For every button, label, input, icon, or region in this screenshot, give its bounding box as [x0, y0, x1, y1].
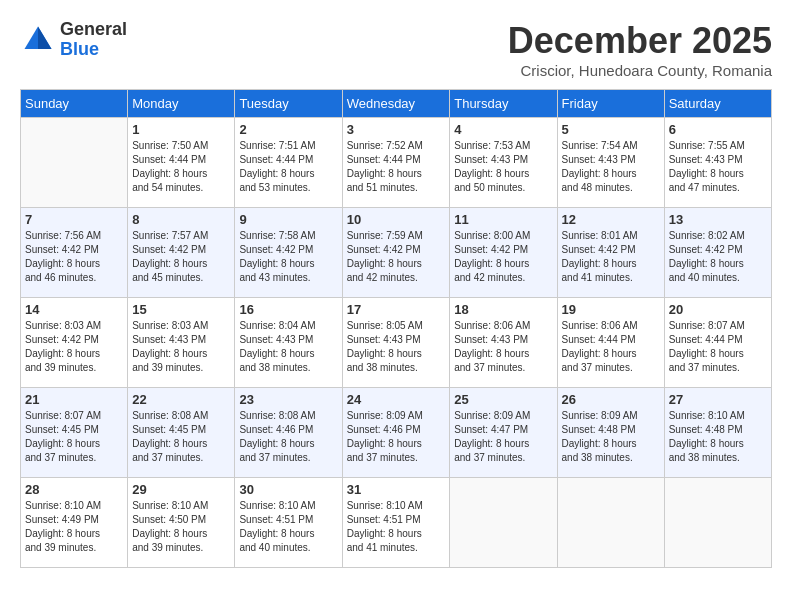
- day-number: 18: [454, 302, 552, 317]
- calendar-cell: 14Sunrise: 8:03 AM Sunset: 4:42 PM Dayli…: [21, 298, 128, 388]
- day-info: Sunrise: 7:54 AM Sunset: 4:43 PM Dayligh…: [562, 139, 660, 195]
- calendar-cell: 30Sunrise: 8:10 AM Sunset: 4:51 PM Dayli…: [235, 478, 342, 568]
- calendar-cell: 17Sunrise: 8:05 AM Sunset: 4:43 PM Dayli…: [342, 298, 450, 388]
- day-number: 27: [669, 392, 767, 407]
- day-info: Sunrise: 8:00 AM Sunset: 4:42 PM Dayligh…: [454, 229, 552, 285]
- day-info: Sunrise: 8:01 AM Sunset: 4:42 PM Dayligh…: [562, 229, 660, 285]
- calendar-cell: 7Sunrise: 7:56 AM Sunset: 4:42 PM Daylig…: [21, 208, 128, 298]
- day-info: Sunrise: 8:03 AM Sunset: 4:43 PM Dayligh…: [132, 319, 230, 375]
- calendar-cell: 10Sunrise: 7:59 AM Sunset: 4:42 PM Dayli…: [342, 208, 450, 298]
- day-info: Sunrise: 8:04 AM Sunset: 4:43 PM Dayligh…: [239, 319, 337, 375]
- calendar-cell: 29Sunrise: 8:10 AM Sunset: 4:50 PM Dayli…: [128, 478, 235, 568]
- day-number: 17: [347, 302, 446, 317]
- calendar-header-row: SundayMondayTuesdayWednesdayThursdayFrid…: [21, 90, 772, 118]
- day-header-tuesday: Tuesday: [235, 90, 342, 118]
- day-info: Sunrise: 8:10 AM Sunset: 4:50 PM Dayligh…: [132, 499, 230, 555]
- day-number: 11: [454, 212, 552, 227]
- calendar-cell: 2Sunrise: 7:51 AM Sunset: 4:44 PM Daylig…: [235, 118, 342, 208]
- calendar-cell: 6Sunrise: 7:55 AM Sunset: 4:43 PM Daylig…: [664, 118, 771, 208]
- day-number: 10: [347, 212, 446, 227]
- day-number: 15: [132, 302, 230, 317]
- calendar-cell: [450, 478, 557, 568]
- day-info: Sunrise: 7:50 AM Sunset: 4:44 PM Dayligh…: [132, 139, 230, 195]
- calendar-cell: 15Sunrise: 8:03 AM Sunset: 4:43 PM Dayli…: [128, 298, 235, 388]
- day-header-saturday: Saturday: [664, 90, 771, 118]
- day-info: Sunrise: 8:06 AM Sunset: 4:43 PM Dayligh…: [454, 319, 552, 375]
- day-info: Sunrise: 7:52 AM Sunset: 4:44 PM Dayligh…: [347, 139, 446, 195]
- day-info: Sunrise: 7:51 AM Sunset: 4:44 PM Dayligh…: [239, 139, 337, 195]
- calendar-cell: 20Sunrise: 8:07 AM Sunset: 4:44 PM Dayli…: [664, 298, 771, 388]
- logo-general: General: [60, 20, 127, 40]
- day-info: Sunrise: 8:05 AM Sunset: 4:43 PM Dayligh…: [347, 319, 446, 375]
- day-info: Sunrise: 8:10 AM Sunset: 4:48 PM Dayligh…: [669, 409, 767, 465]
- calendar-cell: 8Sunrise: 7:57 AM Sunset: 4:42 PM Daylig…: [128, 208, 235, 298]
- calendar-cell: 19Sunrise: 8:06 AM Sunset: 4:44 PM Dayli…: [557, 298, 664, 388]
- day-number: 5: [562, 122, 660, 137]
- title-section: December 2025 Criscior, Hunedoara County…: [508, 20, 772, 79]
- day-number: 19: [562, 302, 660, 317]
- day-number: 28: [25, 482, 123, 497]
- calendar-cell: 31Sunrise: 8:10 AM Sunset: 4:51 PM Dayli…: [342, 478, 450, 568]
- day-number: 8: [132, 212, 230, 227]
- day-info: Sunrise: 8:06 AM Sunset: 4:44 PM Dayligh…: [562, 319, 660, 375]
- calendar-cell: 5Sunrise: 7:54 AM Sunset: 4:43 PM Daylig…: [557, 118, 664, 208]
- calendar-cell: 16Sunrise: 8:04 AM Sunset: 4:43 PM Dayli…: [235, 298, 342, 388]
- calendar-cell: 25Sunrise: 8:09 AM Sunset: 4:47 PM Dayli…: [450, 388, 557, 478]
- day-number: 7: [25, 212, 123, 227]
- calendar-cell: 3Sunrise: 7:52 AM Sunset: 4:44 PM Daylig…: [342, 118, 450, 208]
- day-number: 4: [454, 122, 552, 137]
- calendar-table: SundayMondayTuesdayWednesdayThursdayFrid…: [20, 89, 772, 568]
- svg-marker-1: [38, 26, 52, 49]
- day-info: Sunrise: 7:56 AM Sunset: 4:42 PM Dayligh…: [25, 229, 123, 285]
- calendar-cell: [21, 118, 128, 208]
- month-title: December 2025: [508, 20, 772, 62]
- day-info: Sunrise: 8:09 AM Sunset: 4:48 PM Dayligh…: [562, 409, 660, 465]
- day-number: 13: [669, 212, 767, 227]
- day-number: 12: [562, 212, 660, 227]
- day-info: Sunrise: 8:10 AM Sunset: 4:51 PM Dayligh…: [239, 499, 337, 555]
- day-number: 20: [669, 302, 767, 317]
- day-number: 24: [347, 392, 446, 407]
- logo-blue: Blue: [60, 40, 127, 60]
- day-number: 22: [132, 392, 230, 407]
- calendar-cell: 27Sunrise: 8:10 AM Sunset: 4:48 PM Dayli…: [664, 388, 771, 478]
- week-row-3: 14Sunrise: 8:03 AM Sunset: 4:42 PM Dayli…: [21, 298, 772, 388]
- day-info: Sunrise: 7:57 AM Sunset: 4:42 PM Dayligh…: [132, 229, 230, 285]
- calendar-cell: 11Sunrise: 8:00 AM Sunset: 4:42 PM Dayli…: [450, 208, 557, 298]
- calendar-cell: 28Sunrise: 8:10 AM Sunset: 4:49 PM Dayli…: [21, 478, 128, 568]
- day-info: Sunrise: 8:09 AM Sunset: 4:47 PM Dayligh…: [454, 409, 552, 465]
- calendar-cell: 18Sunrise: 8:06 AM Sunset: 4:43 PM Dayli…: [450, 298, 557, 388]
- calendar-cell: 23Sunrise: 8:08 AM Sunset: 4:46 PM Dayli…: [235, 388, 342, 478]
- day-info: Sunrise: 8:09 AM Sunset: 4:46 PM Dayligh…: [347, 409, 446, 465]
- day-info: Sunrise: 8:10 AM Sunset: 4:51 PM Dayligh…: [347, 499, 446, 555]
- day-number: 31: [347, 482, 446, 497]
- day-number: 26: [562, 392, 660, 407]
- week-row-2: 7Sunrise: 7:56 AM Sunset: 4:42 PM Daylig…: [21, 208, 772, 298]
- day-number: 1: [132, 122, 230, 137]
- week-row-4: 21Sunrise: 8:07 AM Sunset: 4:45 PM Dayli…: [21, 388, 772, 478]
- week-row-5: 28Sunrise: 8:10 AM Sunset: 4:49 PM Dayli…: [21, 478, 772, 568]
- logo-icon: [20, 22, 56, 58]
- day-info: Sunrise: 8:08 AM Sunset: 4:46 PM Dayligh…: [239, 409, 337, 465]
- day-number: 29: [132, 482, 230, 497]
- day-header-friday: Friday: [557, 90, 664, 118]
- calendar-cell: 1Sunrise: 7:50 AM Sunset: 4:44 PM Daylig…: [128, 118, 235, 208]
- calendar-cell: 24Sunrise: 8:09 AM Sunset: 4:46 PM Dayli…: [342, 388, 450, 478]
- day-info: Sunrise: 8:10 AM Sunset: 4:49 PM Dayligh…: [25, 499, 123, 555]
- day-info: Sunrise: 8:07 AM Sunset: 4:44 PM Dayligh…: [669, 319, 767, 375]
- day-number: 9: [239, 212, 337, 227]
- calendar-cell: 4Sunrise: 7:53 AM Sunset: 4:43 PM Daylig…: [450, 118, 557, 208]
- calendar-cell: [557, 478, 664, 568]
- day-number: 3: [347, 122, 446, 137]
- calendar-cell: 12Sunrise: 8:01 AM Sunset: 4:42 PM Dayli…: [557, 208, 664, 298]
- day-number: 21: [25, 392, 123, 407]
- day-header-thursday: Thursday: [450, 90, 557, 118]
- page-header: General Blue December 2025 Criscior, Hun…: [20, 20, 772, 79]
- logo-text: General Blue: [60, 20, 127, 60]
- calendar-cell: 22Sunrise: 8:08 AM Sunset: 4:45 PM Dayli…: [128, 388, 235, 478]
- day-info: Sunrise: 7:59 AM Sunset: 4:42 PM Dayligh…: [347, 229, 446, 285]
- calendar-cell: 9Sunrise: 7:58 AM Sunset: 4:42 PM Daylig…: [235, 208, 342, 298]
- calendar-cell: 13Sunrise: 8:02 AM Sunset: 4:42 PM Dayli…: [664, 208, 771, 298]
- day-info: Sunrise: 8:03 AM Sunset: 4:42 PM Dayligh…: [25, 319, 123, 375]
- day-header-sunday: Sunday: [21, 90, 128, 118]
